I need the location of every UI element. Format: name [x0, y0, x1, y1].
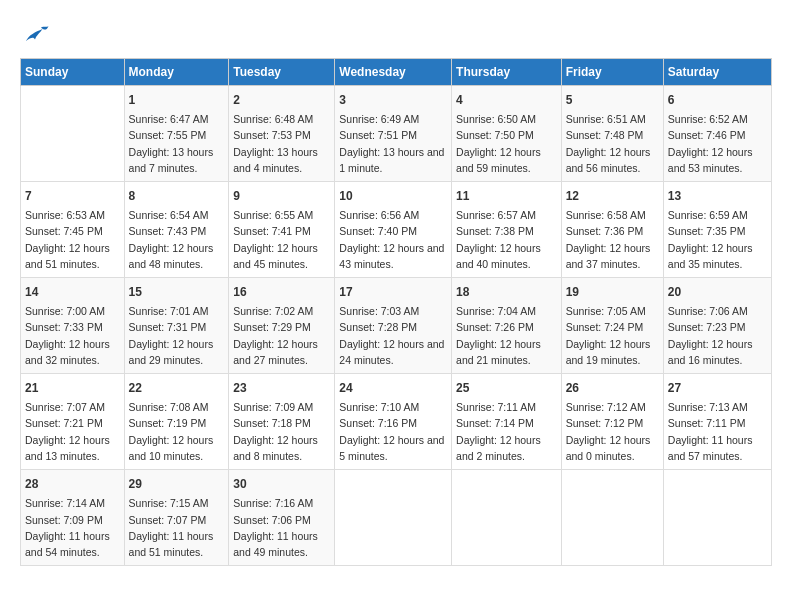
calendar-cell: 6Sunrise: 6:52 AMSunset: 7:46 PMDaylight… — [663, 86, 771, 182]
calendar-cell: 11Sunrise: 6:57 AMSunset: 7:38 PMDayligh… — [452, 182, 562, 278]
week-row-2: 7Sunrise: 6:53 AMSunset: 7:45 PMDaylight… — [21, 182, 772, 278]
header-row: SundayMondayTuesdayWednesdayThursdayFrid… — [21, 59, 772, 86]
day-info: Sunrise: 7:04 AMSunset: 7:26 PMDaylight:… — [456, 303, 557, 368]
day-number: 6 — [668, 91, 767, 109]
calendar-cell: 3Sunrise: 6:49 AMSunset: 7:51 PMDaylight… — [335, 86, 452, 182]
calendar-cell: 8Sunrise: 6:54 AMSunset: 7:43 PMDaylight… — [124, 182, 229, 278]
logo-icon — [20, 20, 50, 50]
calendar-body: 1Sunrise: 6:47 AMSunset: 7:55 PMDaylight… — [21, 86, 772, 566]
calendar-cell: 13Sunrise: 6:59 AMSunset: 7:35 PMDayligh… — [663, 182, 771, 278]
day-number: 29 — [129, 475, 225, 493]
day-number: 30 — [233, 475, 330, 493]
calendar-cell: 9Sunrise: 6:55 AMSunset: 7:41 PMDaylight… — [229, 182, 335, 278]
calendar-cell: 22Sunrise: 7:08 AMSunset: 7:19 PMDayligh… — [124, 374, 229, 470]
day-info: Sunrise: 6:55 AMSunset: 7:41 PMDaylight:… — [233, 207, 330, 272]
day-info: Sunrise: 7:15 AMSunset: 7:07 PMDaylight:… — [129, 495, 225, 560]
day-info: Sunrise: 6:53 AMSunset: 7:45 PMDaylight:… — [25, 207, 120, 272]
day-number: 16 — [233, 283, 330, 301]
calendar-cell: 15Sunrise: 7:01 AMSunset: 7:31 PMDayligh… — [124, 278, 229, 374]
day-info: Sunrise: 7:01 AMSunset: 7:31 PMDaylight:… — [129, 303, 225, 368]
calendar-cell: 23Sunrise: 7:09 AMSunset: 7:18 PMDayligh… — [229, 374, 335, 470]
day-info: Sunrise: 7:11 AMSunset: 7:14 PMDaylight:… — [456, 399, 557, 464]
day-info: Sunrise: 6:50 AMSunset: 7:50 PMDaylight:… — [456, 111, 557, 176]
calendar-cell: 18Sunrise: 7:04 AMSunset: 7:26 PMDayligh… — [452, 278, 562, 374]
day-number: 15 — [129, 283, 225, 301]
calendar-cell — [663, 470, 771, 566]
day-number: 19 — [566, 283, 659, 301]
day-info: Sunrise: 7:13 AMSunset: 7:11 PMDaylight:… — [668, 399, 767, 464]
page-header — [20, 20, 772, 50]
day-info: Sunrise: 7:09 AMSunset: 7:18 PMDaylight:… — [233, 399, 330, 464]
day-number: 28 — [25, 475, 120, 493]
day-number: 26 — [566, 379, 659, 397]
header-wednesday: Wednesday — [335, 59, 452, 86]
calendar-cell: 30Sunrise: 7:16 AMSunset: 7:06 PMDayligh… — [229, 470, 335, 566]
calendar-cell: 21Sunrise: 7:07 AMSunset: 7:21 PMDayligh… — [21, 374, 125, 470]
calendar-cell: 26Sunrise: 7:12 AMSunset: 7:12 PMDayligh… — [561, 374, 663, 470]
calendar-cell: 28Sunrise: 7:14 AMSunset: 7:09 PMDayligh… — [21, 470, 125, 566]
day-number: 7 — [25, 187, 120, 205]
calendar-cell: 24Sunrise: 7:10 AMSunset: 7:16 PMDayligh… — [335, 374, 452, 470]
day-number: 17 — [339, 283, 447, 301]
day-info: Sunrise: 7:16 AMSunset: 7:06 PMDaylight:… — [233, 495, 330, 560]
day-number: 13 — [668, 187, 767, 205]
day-number: 10 — [339, 187, 447, 205]
day-info: Sunrise: 7:05 AMSunset: 7:24 PMDaylight:… — [566, 303, 659, 368]
day-info: Sunrise: 7:12 AMSunset: 7:12 PMDaylight:… — [566, 399, 659, 464]
header-tuesday: Tuesday — [229, 59, 335, 86]
calendar-cell: 19Sunrise: 7:05 AMSunset: 7:24 PMDayligh… — [561, 278, 663, 374]
calendar-cell — [21, 86, 125, 182]
day-info: Sunrise: 6:52 AMSunset: 7:46 PMDaylight:… — [668, 111, 767, 176]
day-info: Sunrise: 7:06 AMSunset: 7:23 PMDaylight:… — [668, 303, 767, 368]
calendar-cell: 2Sunrise: 6:48 AMSunset: 7:53 PMDaylight… — [229, 86, 335, 182]
logo — [20, 20, 56, 50]
day-info: Sunrise: 7:00 AMSunset: 7:33 PMDaylight:… — [25, 303, 120, 368]
week-row-4: 21Sunrise: 7:07 AMSunset: 7:21 PMDayligh… — [21, 374, 772, 470]
day-number: 20 — [668, 283, 767, 301]
header-sunday: Sunday — [21, 59, 125, 86]
day-number: 27 — [668, 379, 767, 397]
day-number: 9 — [233, 187, 330, 205]
day-info: Sunrise: 6:58 AMSunset: 7:36 PMDaylight:… — [566, 207, 659, 272]
day-number: 2 — [233, 91, 330, 109]
day-number: 22 — [129, 379, 225, 397]
calendar-cell: 16Sunrise: 7:02 AMSunset: 7:29 PMDayligh… — [229, 278, 335, 374]
calendar-cell: 12Sunrise: 6:58 AMSunset: 7:36 PMDayligh… — [561, 182, 663, 278]
day-info: Sunrise: 6:56 AMSunset: 7:40 PMDaylight:… — [339, 207, 447, 272]
day-info: Sunrise: 6:51 AMSunset: 7:48 PMDaylight:… — [566, 111, 659, 176]
calendar-cell: 20Sunrise: 7:06 AMSunset: 7:23 PMDayligh… — [663, 278, 771, 374]
header-thursday: Thursday — [452, 59, 562, 86]
day-info: Sunrise: 6:59 AMSunset: 7:35 PMDaylight:… — [668, 207, 767, 272]
day-number: 11 — [456, 187, 557, 205]
calendar-cell: 5Sunrise: 6:51 AMSunset: 7:48 PMDaylight… — [561, 86, 663, 182]
day-info: Sunrise: 7:07 AMSunset: 7:21 PMDaylight:… — [25, 399, 120, 464]
calendar-cell: 29Sunrise: 7:15 AMSunset: 7:07 PMDayligh… — [124, 470, 229, 566]
day-info: Sunrise: 6:54 AMSunset: 7:43 PMDaylight:… — [129, 207, 225, 272]
header-saturday: Saturday — [663, 59, 771, 86]
day-number: 23 — [233, 379, 330, 397]
day-info: Sunrise: 7:08 AMSunset: 7:19 PMDaylight:… — [129, 399, 225, 464]
week-row-1: 1Sunrise: 6:47 AMSunset: 7:55 PMDaylight… — [21, 86, 772, 182]
day-info: Sunrise: 6:57 AMSunset: 7:38 PMDaylight:… — [456, 207, 557, 272]
day-info: Sunrise: 7:02 AMSunset: 7:29 PMDaylight:… — [233, 303, 330, 368]
day-info: Sunrise: 6:48 AMSunset: 7:53 PMDaylight:… — [233, 111, 330, 176]
calendar-cell: 1Sunrise: 6:47 AMSunset: 7:55 PMDaylight… — [124, 86, 229, 182]
calendar-cell: 14Sunrise: 7:00 AMSunset: 7:33 PMDayligh… — [21, 278, 125, 374]
calendar-cell — [561, 470, 663, 566]
day-info: Sunrise: 7:03 AMSunset: 7:28 PMDaylight:… — [339, 303, 447, 368]
calendar-cell: 17Sunrise: 7:03 AMSunset: 7:28 PMDayligh… — [335, 278, 452, 374]
day-number: 18 — [456, 283, 557, 301]
calendar-header: SundayMondayTuesdayWednesdayThursdayFrid… — [21, 59, 772, 86]
day-number: 8 — [129, 187, 225, 205]
day-number: 5 — [566, 91, 659, 109]
day-number: 21 — [25, 379, 120, 397]
calendar-cell: 25Sunrise: 7:11 AMSunset: 7:14 PMDayligh… — [452, 374, 562, 470]
calendar-cell: 27Sunrise: 7:13 AMSunset: 7:11 PMDayligh… — [663, 374, 771, 470]
day-info: Sunrise: 7:14 AMSunset: 7:09 PMDaylight:… — [25, 495, 120, 560]
day-number: 24 — [339, 379, 447, 397]
week-row-3: 14Sunrise: 7:00 AMSunset: 7:33 PMDayligh… — [21, 278, 772, 374]
day-number: 3 — [339, 91, 447, 109]
calendar-cell — [335, 470, 452, 566]
day-info: Sunrise: 6:49 AMSunset: 7:51 PMDaylight:… — [339, 111, 447, 176]
calendar-cell: 7Sunrise: 6:53 AMSunset: 7:45 PMDaylight… — [21, 182, 125, 278]
